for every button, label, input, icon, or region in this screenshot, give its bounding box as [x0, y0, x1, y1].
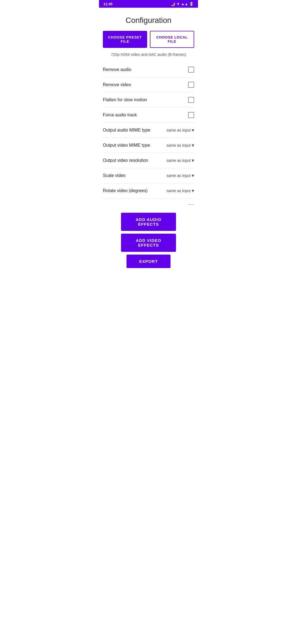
choose-local-file-button[interactable]: CHOOSE LOCAL FILE — [150, 31, 194, 48]
dropdown-scale-video[interactable]: Scale video same as input ▾ — [103, 168, 194, 183]
dropdown-control-scale-video[interactable]: same as input ▾ — [167, 173, 194, 179]
chevron-down-icon: ▾ — [192, 127, 194, 133]
file-button-row: CHOOSE PRESET FILE CHOOSE LOCAL FILE — [103, 31, 194, 48]
dropdown-output-video-mime[interactable]: Output video MIME type same as input ▾ — [103, 138, 194, 153]
checkbox-options-list: Remove audio Remove video Flatten for sl… — [103, 62, 194, 123]
option-remove-video: Remove video — [103, 77, 194, 92]
dropdown-label-rotate-video: Rotate video (degrees) — [103, 188, 167, 193]
checkbox-remove-video[interactable] — [188, 82, 194, 88]
status-icons: 🌙 ▼ ▲▲ 🔋 — [171, 2, 194, 6]
dropdown-value-rotate-video: same as input — [167, 189, 191, 193]
chevron-down-icon-2: ▾ — [192, 142, 194, 148]
dropdown-options-list: Output audio MIME type same as input ▾ O… — [103, 123, 194, 198]
chevron-down-icon-5: ▾ — [192, 188, 194, 194]
option-flatten-slow-motion: Flatten for slow motion — [103, 92, 194, 108]
dropdown-value-output-video-resolution: same as input — [167, 158, 191, 163]
dropdown-control-output-audio-mime[interactable]: same as input ▾ — [167, 127, 194, 133]
dropdown-value-output-video-mime: same as input — [167, 143, 191, 148]
dropdown-control-output-video-mime[interactable]: same as input ▾ — [167, 142, 194, 148]
battery-icon: 🔋 — [189, 2, 194, 6]
dropdown-value-output-audio-mime: same as input — [167, 128, 191, 132]
option-label-flatten-slow-motion: Flatten for slow motion — [103, 97, 147, 102]
add-audio-effects-button[interactable]: ADD AUDIO EFFECTS — [121, 213, 176, 231]
dropdown-label-scale-video: Scale video — [103, 173, 167, 178]
main-content: Configuration CHOOSE PRESET FILE CHOOSE … — [99, 8, 198, 277]
option-force-audio-track: Force audio track — [103, 108, 194, 123]
option-label-remove-video: Remove video — [103, 82, 131, 87]
moon-icon: 🌙 — [171, 2, 175, 6]
status-bar: 11:45 🌙 ▼ ▲▲ 🔋 — [99, 0, 198, 8]
dropdown-label-output-video-mime: Output video MIME type — [103, 143, 167, 148]
dropdown-value-scale-video: same as input — [167, 173, 191, 178]
wifi-icon: ▼ — [176, 2, 180, 6]
dropdown-rotate-video[interactable]: Rotate video (degrees) same as input ▾ — [103, 183, 194, 198]
status-time: 11:45 — [103, 2, 112, 6]
option-remove-audio: Remove audio — [103, 62, 194, 77]
separator-line: — — [103, 198, 194, 210]
checkbox-remove-audio[interactable] — [188, 67, 194, 73]
option-label-force-audio-track: Force audio track — [103, 113, 137, 118]
option-label-remove-audio: Remove audio — [103, 67, 131, 72]
preset-subtitle: 720p H264 video and AAC audio (B-frames) — [103, 52, 194, 57]
signal-icon: ▲▲ — [181, 2, 188, 6]
dropdown-output-video-resolution[interactable]: Output video resolution same as input ▾ — [103, 153, 194, 168]
dropdown-control-output-video-resolution[interactable]: same as input ▾ — [167, 157, 194, 163]
dropdown-label-output-video-resolution: Output video resolution — [103, 158, 167, 163]
page-title: Configuration — [103, 8, 194, 31]
chevron-down-icon-3: ▾ — [192, 157, 194, 163]
add-video-effects-button[interactable]: ADD VIDEO EFFECTS — [121, 234, 176, 252]
dropdown-output-audio-mime[interactable]: Output audio MIME type same as input ▾ — [103, 123, 194, 138]
checkbox-force-audio-track[interactable] — [188, 112, 194, 118]
dropdown-control-rotate-video[interactable]: same as input ▾ — [167, 188, 194, 194]
choose-preset-file-button[interactable]: CHOOSE PRESET FILE — [103, 31, 147, 48]
checkbox-flatten-slow-motion[interactable] — [188, 97, 194, 103]
chevron-down-icon-4: ▾ — [192, 173, 194, 179]
dropdown-label-output-audio-mime: Output audio MIME type — [103, 128, 167, 133]
export-button[interactable]: EXPORT — [127, 255, 170, 268]
